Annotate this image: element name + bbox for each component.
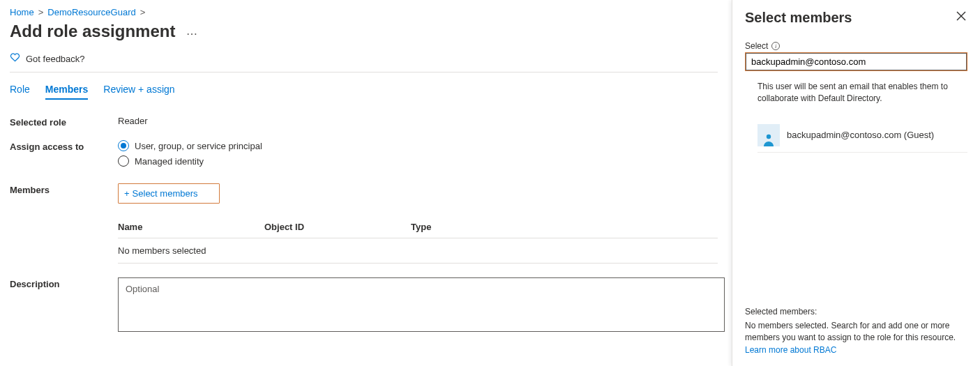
panel-title: Select members (745, 10, 852, 26)
radio-managed-identity[interactable]: Managed identity (118, 155, 718, 167)
radio-label: Managed identity (135, 156, 204, 167)
radio-label: User, group, or service principal (135, 141, 262, 151)
tab-role[interactable]: Role (10, 84, 30, 99)
label-members: Members (10, 183, 118, 195)
tab-members[interactable]: Members (45, 84, 88, 99)
feedback-link[interactable]: Got feedback? (10, 47, 718, 73)
members-empty-row: No members selected (118, 238, 718, 264)
member-search-input[interactable] (746, 53, 967, 70)
tab-review[interactable]: Review + assign (103, 84, 174, 99)
chevron-right-icon: > (140, 7, 146, 17)
learn-more-link[interactable]: Learn more about RBAC (745, 345, 836, 355)
label-description: Description (10, 277, 118, 289)
description-input[interactable] (118, 277, 725, 332)
plus-icon: + (124, 189, 130, 198)
search-highlight (745, 52, 967, 71)
label-selected-role: Selected role (10, 116, 118, 128)
heart-icon (10, 52, 20, 65)
close-icon[interactable] (955, 10, 967, 24)
feedback-label: Got feedback? (26, 54, 85, 64)
radio-icon (118, 140, 129, 151)
breadcrumb-resource[interactable]: DemoResourceGuard (47, 7, 135, 17)
selected-members-hint: No members selected. Search for and add … (745, 320, 967, 344)
select-members-panel: Select members Select i This user will b… (732, 0, 980, 366)
breadcrumb-home[interactable]: Home (10, 7, 34, 17)
selected-members-heading: Selected members: (745, 306, 967, 318)
col-type: Type (411, 222, 718, 232)
chevron-right-icon: > (38, 7, 44, 17)
page-title: Add role assignment (10, 22, 175, 41)
radio-icon (118, 155, 129, 167)
search-result-item[interactable]: backupadmin@contoso.com (Guest) (757, 119, 967, 153)
more-actions-icon[interactable]: ⋯ (183, 27, 200, 40)
select-members-label: Select members (133, 188, 198, 199)
label-assign-access: Assign access to (10, 140, 118, 152)
search-result-name: backupadmin@contoso.com (Guest) (787, 130, 934, 140)
info-icon[interactable]: i (771, 42, 780, 50)
breadcrumb: Home > DemoResourceGuard > (10, 7, 718, 17)
col-object-id: Object ID (264, 222, 411, 232)
radio-user-group-sp[interactable]: User, group, or service principal (118, 140, 718, 151)
col-name: Name (118, 222, 264, 232)
members-table-header: Name Object ID Type (118, 216, 718, 238)
user-avatar-icon (757, 124, 780, 146)
svg-point-2 (767, 134, 771, 138)
select-members-link[interactable]: + Select members (118, 183, 220, 204)
invite-note: This user will be sent an email that ena… (757, 81, 967, 105)
search-label: Select (745, 41, 768, 51)
value-selected-role: Reader (118, 116, 718, 126)
tabs: Role Members Review + assign (10, 84, 718, 99)
